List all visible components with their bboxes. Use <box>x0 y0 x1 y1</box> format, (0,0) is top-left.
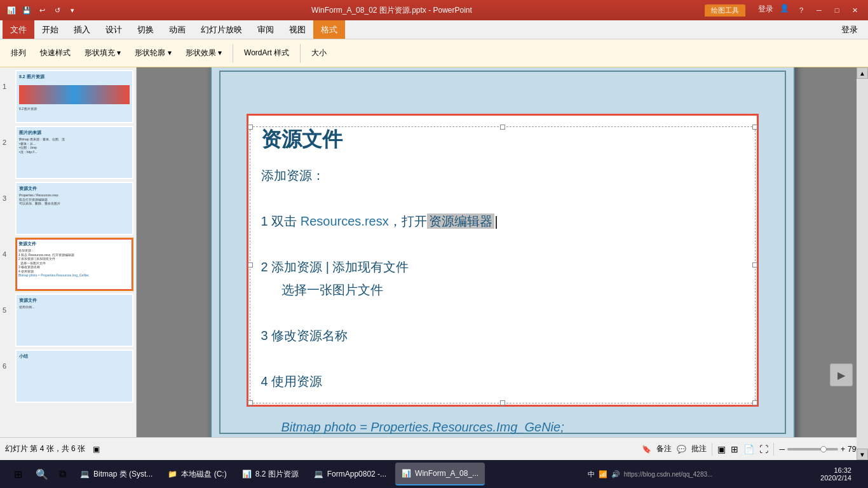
save-icon[interactable]: 💾 <box>20 4 33 17</box>
handle-tc[interactable] <box>500 125 505 130</box>
slide-4-title: 资源文件 <box>18 241 130 247</box>
ribbon-effect[interactable]: 形状效果 ▾ <box>180 45 227 61</box>
task-view[interactable]: ⧉ <box>53 465 71 483</box>
slide-2-text: Bitmap 类来源：窗体、位图、流 •窗体：从…•位图：.bmp•流：http… <box>19 137 130 154</box>
search-button[interactable]: 🔍 <box>33 465 51 483</box>
handle-tl[interactable] <box>248 125 253 130</box>
slide-canvas: 📌 资源文件 添加资源： 1 双击 Resources.resx，打开资源编辑器… <box>210 67 795 437</box>
zoom-slider[interactable] <box>787 448 838 451</box>
slide-3-title: 资源文件 <box>19 186 130 192</box>
powerpoint-icon: 📊 <box>5 4 18 17</box>
taskbar-label-1: 本地磁盘 (C:) <box>181 469 226 480</box>
slide-1-content: 8.2 图片资源 8.2 图片资源 <box>17 71 132 122</box>
zoom-plus[interactable]: + <box>841 445 845 454</box>
slide-3-text: Properties / Resources.resx 双击打开资源编辑器 可以… <box>19 193 130 206</box>
taskbar-icon-0: 💻 <box>80 470 90 478</box>
view-fullscreen[interactable]: ⛶ <box>759 444 768 454</box>
slide-6-title: 小结 <box>19 353 130 360</box>
menu-design[interactable]: 设计 <box>98 20 130 39</box>
zoom-minus[interactable]: ─ <box>779 445 785 454</box>
taskbar-label-4: WinForm_A_08_... <box>415 469 478 478</box>
ribbon-sep1 <box>233 44 233 63</box>
menu-file[interactable]: 文件 <box>3 20 34 39</box>
handle-bc[interactable] <box>500 400 505 405</box>
zoom-thumb <box>820 446 827 452</box>
volume-icon: 🔊 <box>611 470 620 478</box>
handle-tr[interactable] <box>752 125 757 130</box>
help-button[interactable]: ? <box>793 4 810 17</box>
canvas-area: 📌 资源文件 添加资源： 1 双击 Resources.resx，打开资源编辑器… <box>137 67 868 437</box>
slide-4[interactable]: 资源文件 添加资源： 1 双击 Resources.resx, 打开资源编辑器 … <box>15 238 133 291</box>
comments-button[interactable]: 批注 <box>691 444 707 454</box>
start-button[interactable]: ⊞ <box>5 463 31 485</box>
menu-review[interactable]: 审阅 <box>250 20 281 39</box>
window-title: WinForm_A_08_02 图片资源.pptx - PowerPoint <box>79 5 705 16</box>
ribbon-wordart[interactable]: WordArt 样式 <box>238 45 295 61</box>
slide-2-content: 图片的来源 Bitmap 类来源：窗体、位图、流 •窗体：从…•位图：.bmp•… <box>17 127 132 178</box>
restore-button[interactable]: □ <box>829 4 845 17</box>
slide-thumb-2: 2 图片的来源 Bitmap 类来源：窗体、位图、流 •窗体：从…•位图：.bm… <box>3 126 133 179</box>
ribbon-arrange[interactable]: 排列 <box>5 45 32 61</box>
menu-format[interactable]: 格式 <box>313 20 345 39</box>
handle-bl[interactable] <box>248 400 253 405</box>
show-desktop[interactable] <box>859 460 863 488</box>
customize-icon[interactable]: ▾ <box>66 4 79 17</box>
slide-3-content: 资源文件 Properties / Resources.resx 双击打开资源编… <box>17 183 132 234</box>
title-buttons: 登录 👤 ? ─ □ ✕ <box>758 4 863 17</box>
slide-5[interactable]: 资源文件 使用示例... <box>15 294 133 347</box>
taskbar-label-0: Bitmap 类 (Syst... <box>93 469 153 480</box>
taskbar-icon-4: 📊 <box>402 469 411 478</box>
taskbar: ⊞ 🔍 ⧉ 💻 Bitmap 类 (Syst... 📁 本地磁盘 (C:) 📊 … <box>0 460 868 488</box>
menu-transition[interactable]: 切换 <box>130 20 161 39</box>
menu-animation[interactable]: 动画 <box>161 20 193 39</box>
ribbon-size[interactable]: 大小 <box>306 45 332 61</box>
main-area: ▲ ▼ 1 8.2 图片资源 8.2 图片资源 2 图片的来源 <box>0 67 868 437</box>
menu-slideshow[interactable]: 幻灯片放映 <box>193 20 250 39</box>
handle-ml[interactable] <box>248 262 253 268</box>
menu-home[interactable]: 开始 <box>34 20 66 39</box>
slide-thumb-1: 1 8.2 图片资源 8.2 图片资源 <box>3 70 133 123</box>
view-grid[interactable]: ⊞ <box>731 444 738 454</box>
ribbon-outline[interactable]: 形状轮廓 ▾ <box>129 45 177 61</box>
slide-5-title: 资源文件 <box>19 297 130 304</box>
code-line: Bitmap photo = Properties.Resources.Img_… <box>261 416 744 437</box>
menu-login-right[interactable]: 登录 <box>834 20 865 39</box>
url-preview: https://blog.csdn.net/qq_4283... <box>624 471 713 478</box>
status-icon-indicator: ▣ <box>93 445 100 454</box>
slide-4-content: 资源文件 添加资源： 1 双击 Resources.resx, 打开资源编辑器 … <box>17 239 132 290</box>
handle-mr[interactable] <box>752 262 757 268</box>
handle-br[interactable] <box>752 400 757 405</box>
minimize-button[interactable]: ─ <box>811 4 827 17</box>
taskbar-label-3: FormApp0802 -... <box>327 470 386 478</box>
taskbar-item-2[interactable]: 📊 8.2 图片资源 <box>236 463 305 485</box>
clock-time: 16:32 <box>820 466 851 474</box>
close-button[interactable]: ✕ <box>846 4 863 17</box>
slide-5-text: 使用示例... <box>19 305 130 309</box>
slide-2-title: 图片的来源 <box>19 130 130 136</box>
menu-view[interactable]: 视图 <box>281 20 313 39</box>
view-reader[interactable]: 📄 <box>743 444 754 454</box>
selection-box[interactable] <box>250 126 756 403</box>
slide-6[interactable]: 小结 <box>15 349 133 403</box>
redo-icon[interactable]: ↺ <box>51 4 64 17</box>
undo-icon[interactable]: ↩ <box>36 4 48 17</box>
slide-1[interactable]: 8.2 图片资源 8.2 图片资源 <box>15 70 133 123</box>
language-indicator[interactable]: 中 <box>588 470 595 479</box>
view-normal[interactable]: ▣ <box>717 444 726 454</box>
ribbon-quickstyles[interactable]: 快速样式 <box>34 45 76 61</box>
status-sep <box>712 443 712 456</box>
notes-button[interactable]: 备注 <box>656 444 672 454</box>
menu-insert[interactable]: 插入 <box>66 20 98 39</box>
taskbar-item-0[interactable]: 💻 Bitmap 类 (Syst... <box>74 463 159 485</box>
slide-num-4: 4 <box>3 250 13 258</box>
taskbar-item-4[interactable]: 📊 WinForm_A_08_... <box>395 463 485 485</box>
taskbar-item-3[interactable]: 💻 FormApp0802 -... <box>308 463 393 485</box>
play-button[interactable]: ▶ <box>830 363 853 386</box>
taskbar-label-2: 8.2 图片资源 <box>255 469 299 480</box>
slide-2[interactable]: 图片的来源 Bitmap 类来源：窗体、位图、流 •窗体：从…•位图：.bmp•… <box>15 126 133 179</box>
taskbar-item-1[interactable]: 📁 本地磁盘 (C:) <box>161 463 233 485</box>
login-label[interactable]: 登录 <box>758 4 773 17</box>
slide-3[interactable]: 资源文件 Properties / Resources.resx 双击打开资源编… <box>15 182 133 235</box>
title-bar: 📊 💾 ↩ ↺ ▾ WinForm_A_08_02 图片资源.pptx - Po… <box>0 0 868 20</box>
ribbon-fill[interactable]: 形状填充 ▾ <box>79 45 126 61</box>
